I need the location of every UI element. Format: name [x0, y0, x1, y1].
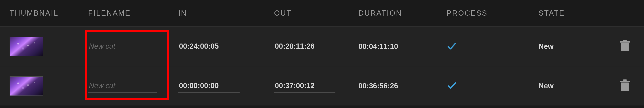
thumbnail-image[interactable]	[10, 37, 43, 56]
table-row: 00:36:56:26 New	[0, 66, 644, 106]
column-header-thumbnail: THUMBNAIL	[0, 9, 84, 17]
svg-rect-4	[620, 81, 630, 82]
in-cell	[174, 79, 270, 93]
thumbnail-cell	[0, 37, 84, 56]
state-cell: New	[535, 82, 606, 90]
state-text: New	[538, 82, 554, 90]
svg-rect-1	[620, 41, 630, 42]
svg-rect-3	[621, 82, 629, 91]
column-header-filename: FILENAME	[84, 9, 174, 17]
thumbnail-image[interactable]	[10, 76, 43, 96]
trash-icon[interactable]	[620, 40, 630, 53]
column-header-out: OUT	[270, 9, 354, 17]
column-header-process: PROCESS	[443, 9, 535, 17]
in-cell	[174, 40, 270, 53]
in-timecode-input[interactable]	[178, 79, 240, 93]
state-cell: New	[535, 42, 606, 51]
filename-input[interactable]	[88, 40, 157, 53]
delete-cell	[606, 40, 640, 53]
duration-text: 00:04:11:10	[358, 42, 398, 51]
process-cell	[443, 80, 535, 92]
out-timecode-input[interactable]	[274, 79, 336, 93]
table-header-row: THUMBNAIL FILENAME IN OUT DURATION PROCE…	[0, 0, 644, 27]
trash-icon[interactable]	[620, 79, 630, 93]
duration-cell: 00:36:56:26	[354, 82, 443, 90]
filename-input[interactable]	[88, 79, 157, 93]
duration-text: 00:36:56:26	[358, 82, 398, 90]
column-header-duration: DURATION	[354, 9, 443, 17]
cut-list-table: THUMBNAIL FILENAME IN OUT DURATION PROCE…	[0, 0, 644, 106]
filename-cell	[84, 79, 174, 93]
state-text: New	[538, 42, 554, 51]
process-cell	[443, 41, 535, 52]
delete-cell	[606, 79, 640, 93]
out-cell	[270, 79, 354, 93]
column-header-state: STATE	[535, 9, 606, 17]
out-timecode-input[interactable]	[274, 40, 336, 53]
thumbnail-cell	[0, 76, 84, 96]
table-row: 00:04:11:10 New	[0, 27, 644, 66]
checkmark-icon[interactable]	[446, 80, 457, 92]
checkmark-icon[interactable]	[446, 41, 457, 52]
column-header-in: IN	[174, 9, 270, 17]
in-timecode-input[interactable]	[178, 40, 240, 53]
filename-cell	[84, 40, 174, 53]
duration-cell: 00:04:11:10	[354, 42, 443, 51]
svg-rect-2	[623, 40, 626, 41]
out-cell	[270, 40, 354, 53]
svg-rect-0	[621, 43, 629, 51]
svg-rect-5	[623, 79, 626, 81]
